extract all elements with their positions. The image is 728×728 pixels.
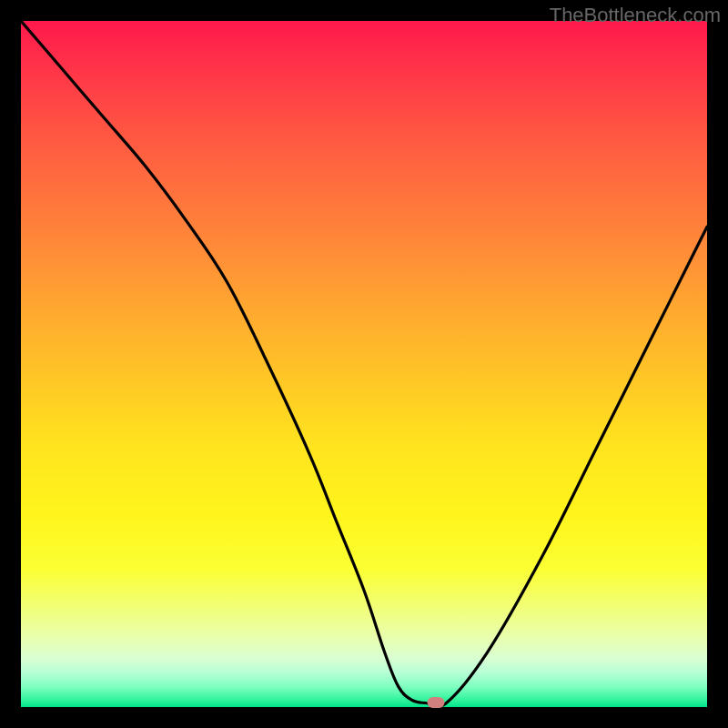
chart-curve-svg	[21, 21, 707, 707]
bottleneck-chart	[21, 21, 707, 707]
optimal-point-marker	[428, 697, 445, 708]
watermark-text: TheBottleneck.com	[550, 4, 721, 27]
bottleneck-curve-path	[21, 21, 707, 707]
